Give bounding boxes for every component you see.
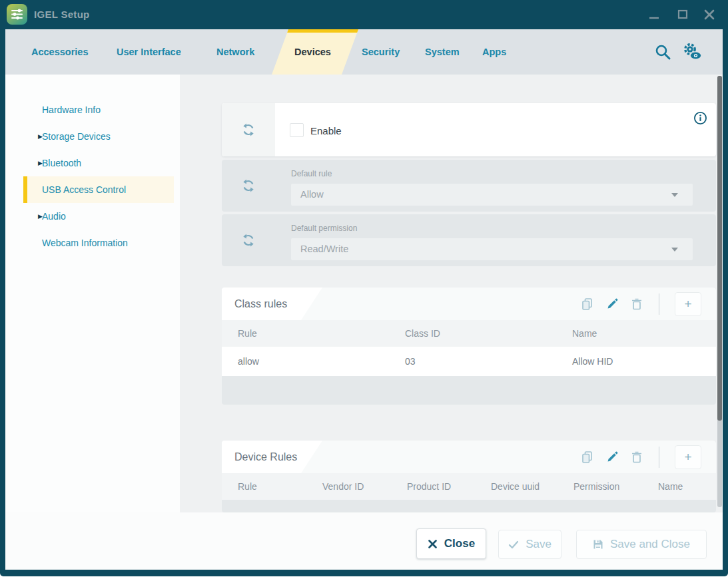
save-button[interactable]: Save	[498, 530, 561, 559]
reset-parameter-icon[interactable]	[222, 214, 275, 266]
close-button[interactable]: Close	[416, 528, 486, 559]
sidebar-item-bluetooth[interactable]: ▶ Bluetooth	[23, 150, 174, 176]
column-header: Product ID	[407, 481, 491, 492]
default-permission-select[interactable]: Read/Write	[291, 238, 693, 260]
sidebar-item-hardware-info[interactable]: Hardware Info	[23, 96, 174, 123]
tab-system[interactable]: System	[425, 29, 460, 75]
enable-card: Enable	[222, 103, 716, 156]
column-header: Name	[658, 481, 716, 492]
cell-name: Allow HID	[572, 356, 716, 367]
device-rules-title: Device Rules	[234, 441, 297, 473]
close-x-icon	[428, 539, 438, 549]
column-header: Rule	[238, 481, 322, 492]
column-header: Device uuid	[491, 481, 573, 492]
copy-icon[interactable]	[581, 297, 594, 311]
reset-parameter-icon[interactable]	[222, 103, 275, 156]
add-device-rule-button[interactable]: +	[675, 445, 701, 469]
class-rules-toolbar: +	[581, 288, 701, 320]
enable-label: Enable	[310, 125, 342, 136]
igel-setup-window: IGEL Setup Accessories User Interface Ne…	[0, 0, 728, 576]
tab-network[interactable]: Network	[216, 29, 254, 75]
save-button-label: Save	[526, 538, 551, 551]
edit-icon[interactable]	[605, 451, 619, 464]
tab-accessories[interactable]: Accessories	[31, 29, 88, 75]
tab-apps[interactable]: Apps	[482, 29, 506, 75]
edit-icon[interactable]	[605, 297, 619, 311]
sidebar-item-label: Webcam Information	[42, 238, 128, 248]
sidebar-item-label: Audio	[42, 211, 66, 222]
close-button-label: Close	[444, 537, 475, 550]
device-rules-card: Device Rules	[222, 441, 716, 512]
scrollbar-thumb[interactable]	[717, 76, 722, 421]
add-class-rule-button[interactable]: +	[675, 292, 701, 316]
tab-user-interface[interactable]: User Interface	[117, 29, 181, 75]
column-header: Name	[572, 328, 716, 339]
tab-devices-active[interactable]: Devices	[272, 29, 358, 75]
reset-parameter-icon[interactable]	[222, 160, 275, 212]
check-icon	[508, 540, 519, 549]
default-rule-label: Default rule	[291, 169, 332, 178]
cell-rule: allow	[238, 356, 405, 367]
tab-devices-label: Devices	[272, 29, 342, 75]
chevron-right-icon[interactable]: ▶	[23, 213, 42, 220]
sidebar-item-storage-devices[interactable]: ▶ Storage Devices	[23, 123, 174, 150]
tab-security[interactable]: Security	[362, 29, 400, 75]
maximize-icon[interactable]	[668, 0, 697, 29]
chevron-down-icon	[671, 248, 678, 252]
class-rules-table-header: Rule Class ID Name	[222, 320, 716, 347]
minimize-icon[interactable]	[639, 0, 668, 29]
default-rule-row: Default rule Allow	[222, 160, 716, 212]
info-icon[interactable]	[693, 111, 707, 125]
save-and-close-button[interactable]: Save and Close	[576, 530, 707, 559]
default-rule-select[interactable]: Allow	[291, 184, 693, 206]
cell-class-id: 03	[405, 356, 572, 367]
sidebar-item-usb-access-control[interactable]: USB Access Control	[23, 176, 174, 203]
gear-visibility-icon[interactable]	[681, 42, 704, 62]
delete-icon[interactable]	[630, 297, 643, 311]
default-permission-label: Default permission	[291, 224, 357, 233]
toolbar-divider	[659, 293, 659, 315]
titlebar: IGEL Setup	[0, 0, 728, 29]
class-rule-row[interactable]: allow 03 Allow HID	[222, 347, 716, 376]
enable-checkbox[interactable]	[290, 123, 304, 137]
settings-panel: Enable Defa	[180, 75, 723, 512]
sidebar-item-label: Bluetooth	[42, 158, 81, 168]
save-and-close-button-label: Save and Close	[610, 538, 690, 551]
floppy-disk-icon	[593, 539, 603, 550]
search-icon[interactable]	[654, 43, 672, 61]
chevron-right-icon[interactable]: ▶	[23, 160, 42, 166]
toolbar-divider	[659, 447, 659, 468]
sidebar-item-label: Hardware Info	[42, 104, 101, 115]
column-header: Vendor ID	[322, 481, 407, 492]
app-logo-icon	[7, 4, 27, 25]
chevron-down-icon	[671, 193, 678, 197]
chevron-right-icon[interactable]: ▶	[23, 133, 42, 140]
default-permission-row: Default permission Read/Write	[222, 214, 716, 266]
tab-bar: Accessories User Interface Network Devic…	[5, 29, 723, 75]
close-icon[interactable]	[695, 0, 724, 29]
window-title: IGEL Setup	[34, 0, 90, 29]
column-header: Permission	[573, 481, 658, 492]
sidebar-item-audio[interactable]: ▶ Audio	[23, 203, 174, 230]
column-header: Class ID	[405, 328, 572, 339]
sidebar: Hardware Info ▶ Storage Devices ▶ Blueto…	[5, 75, 180, 512]
class-rules-header: Class rules +	[222, 288, 716, 320]
default-rule-value: Allow	[300, 184, 324, 206]
delete-icon[interactable]	[630, 451, 643, 464]
footer-action-bar: Close Save Save and Close	[5, 512, 723, 570]
sidebar-item-label: USB Access Control	[42, 184, 126, 195]
device-rules-header: Device Rules	[222, 441, 716, 473]
device-rules-toolbar: +	[581, 441, 701, 473]
topbar-icons	[654, 29, 704, 75]
device-rules-table-header: Rule Vendor ID Product ID Device uuid Pe…	[222, 473, 716, 500]
class-rules-card: Class rules +	[222, 288, 716, 405]
sidebar-item-webcam-information[interactable]: Webcam Information	[23, 230, 174, 256]
copy-icon[interactable]	[581, 451, 594, 464]
column-header: Rule	[238, 328, 405, 339]
class-rules-title: Class rules	[234, 288, 287, 320]
default-permission-value: Read/Write	[300, 238, 348, 260]
sidebar-item-label: Storage Devices	[42, 131, 111, 142]
